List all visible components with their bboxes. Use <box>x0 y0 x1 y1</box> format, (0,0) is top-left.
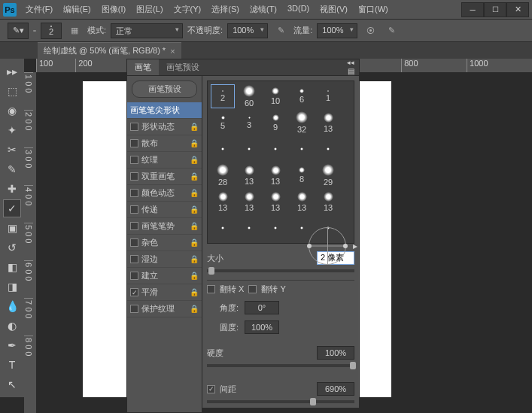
path-tool[interactable]: ↖ <box>3 375 21 393</box>
brush-tip-8[interactable]: 32 <box>290 111 314 135</box>
option-checkbox[interactable] <box>130 222 138 230</box>
brush-panel-toggle-icon[interactable]: ▦ <box>66 23 83 39</box>
brush-tip-24[interactable]: 13 <box>316 190 340 214</box>
brush-option-6[interactable]: 画笔笔势🔒 <box>127 218 202 235</box>
brush-tip-16[interactable]: 13 <box>237 163 261 187</box>
brush-tip-27[interactable] <box>263 216 287 240</box>
eyedropper-tool[interactable]: ✎ <box>3 160 21 178</box>
brush-option-0[interactable]: 形状动态🔒 <box>127 119 202 135</box>
option-checkbox[interactable] <box>130 189 138 197</box>
brush-tip-26[interactable] <box>237 216 261 240</box>
option-checkbox[interactable] <box>130 272 138 280</box>
brush-tip-shape[interactable]: 画笔笔尖形状 <box>127 102 202 119</box>
close-window-button[interactable] <box>506 2 529 17</box>
hardness-slider[interactable] <box>207 364 354 367</box>
brush-option-10[interactable]: 平滑🔒 <box>127 284 202 301</box>
brush-option-11[interactable]: 保护纹理🔒 <box>127 301 202 317</box>
option-checkbox[interactable] <box>130 255 138 263</box>
angle-diagram[interactable]: ▸ <box>305 223 350 269</box>
menu-3d[interactable]: 3D(D) <box>283 2 314 17</box>
marquee-tool[interactable]: ⬚ <box>3 82 21 100</box>
spacing-slider[interactable] <box>207 400 354 403</box>
type-tool[interactable]: T <box>3 356 21 374</box>
menu-filter[interactable]: 滤镜(T) <box>245 2 281 17</box>
flip-x-checkbox[interactable] <box>207 285 215 293</box>
brush-tip-11[interactable] <box>237 137 261 161</box>
dodge-tool[interactable]: ◐ <box>3 317 21 335</box>
menu-layer[interactable]: 图层(L) <box>132 2 167 17</box>
menu-window[interactable]: 窗口(W) <box>354 2 393 17</box>
move-tool[interactable]: ▸▸ <box>3 62 21 80</box>
option-checkbox[interactable] <box>130 139 138 147</box>
healing-tool[interactable]: ✚ <box>3 180 21 198</box>
menu-file[interactable]: 文件(F) <box>21 2 57 17</box>
brush-tip-4[interactable]: 1 <box>316 84 340 108</box>
spacing-input[interactable]: 690% <box>317 382 354 396</box>
lock-icon[interactable]: 🔒 <box>190 288 199 296</box>
brush-option-5[interactable]: 传递🔒 <box>127 202 202 218</box>
brush-tip-17[interactable]: 13 <box>263 163 287 187</box>
blend-mode-select[interactable]: 正常 <box>111 23 183 38</box>
brush-tip-22[interactable]: 13 <box>263 190 287 214</box>
brush-option-7[interactable]: 杂色🔒 <box>127 235 202 251</box>
document-tab[interactable]: 绘制虚线 @ 50% (画笔, RGB/8) * × <box>38 42 181 59</box>
brush-tip-1[interactable]: 60 <box>237 84 261 108</box>
eraser-tool[interactable]: ◧ <box>3 258 21 276</box>
lasso-tool[interactable]: ◉ <box>3 102 21 120</box>
brush-tip-10[interactable] <box>211 137 235 161</box>
brush-tip-6[interactable]: 3 <box>237 111 261 135</box>
crop-tool[interactable]: ✂ <box>3 141 21 159</box>
menu-select[interactable]: 选择(S) <box>207 2 244 17</box>
brush-tip-23[interactable]: 13 <box>290 190 314 214</box>
brush-tip-3[interactable]: 6 <box>290 84 314 108</box>
option-checkbox[interactable] <box>130 156 138 164</box>
flow-input[interactable]: 100% <box>317 23 357 38</box>
lock-icon[interactable]: 🔒 <box>190 139 199 147</box>
minimize-button[interactable] <box>461 2 484 17</box>
lock-icon[interactable]: 🔒 <box>190 238 199 247</box>
pen-tool[interactable]: ✒ <box>3 336 21 354</box>
maximize-button[interactable] <box>484 2 506 17</box>
brush-option-4[interactable]: 颜色动态🔒 <box>127 185 202 202</box>
brush-option-2[interactable]: 纹理🔒 <box>127 152 202 169</box>
angle-input[interactable]: 0° <box>245 301 279 314</box>
brush-presets-button[interactable]: 画笔预设 <box>132 80 197 98</box>
menu-view[interactable]: 视图(V) <box>315 2 352 17</box>
menu-type[interactable]: 文字(Y) <box>169 2 206 17</box>
brush-tip-0[interactable]: 2 <box>211 84 235 108</box>
magic-wand-tool[interactable]: ✦ <box>3 121 21 139</box>
pressure-size-icon[interactable]: ✎ <box>383 23 400 39</box>
brush-option-3[interactable]: 双重画笔🔒 <box>127 169 202 185</box>
brush-tip-25[interactable] <box>211 216 235 240</box>
airbrush-icon[interactable]: ⦿ <box>362 23 378 39</box>
lock-icon[interactable]: 🔒 <box>190 205 199 214</box>
brush-tip-12[interactable] <box>263 137 287 161</box>
brush-tip-9[interactable]: 13 <box>316 111 340 135</box>
tab-brush-presets[interactable]: 画笔预设 <box>159 59 207 75</box>
menu-image[interactable]: 图像(I) <box>97 2 130 17</box>
brush-tip-13[interactable] <box>290 137 314 161</box>
tab-brush[interactable]: 画笔 <box>127 59 159 75</box>
history-brush-tool[interactable]: ↺ <box>3 238 21 257</box>
hardness-input[interactable]: 100% <box>317 346 354 360</box>
lock-icon[interactable]: 🔒 <box>190 123 199 131</box>
brush-tool[interactable]: ✓ <box>3 199 21 217</box>
brush-tip-5[interactable]: 5 <box>211 111 235 135</box>
roundness-input[interactable]: 100% <box>245 320 279 334</box>
blur-tool[interactable]: 💧 <box>3 297 21 315</box>
lock-icon[interactable]: 🔒 <box>190 222 199 230</box>
flip-y-checkbox[interactable] <box>248 285 257 293</box>
option-checkbox[interactable] <box>130 172 138 181</box>
lock-icon[interactable]: 🔒 <box>190 156 199 164</box>
brush-tip-20[interactable]: 13 <box>211 190 235 214</box>
option-checkbox[interactable] <box>130 205 138 214</box>
brush-tip-19[interactable]: 29 <box>316 163 340 187</box>
lock-icon[interactable]: 🔒 <box>190 272 199 280</box>
brush-tip-2[interactable]: 10 <box>263 84 287 108</box>
gradient-tool[interactable]: ◨ <box>3 278 21 296</box>
size-slider[interactable] <box>207 269 354 272</box>
close-tab-button[interactable]: × <box>170 47 175 56</box>
option-checkbox[interactable] <box>130 238 138 247</box>
brush-tip-7[interactable]: 9 <box>263 111 287 135</box>
option-checkbox[interactable] <box>130 123 138 131</box>
